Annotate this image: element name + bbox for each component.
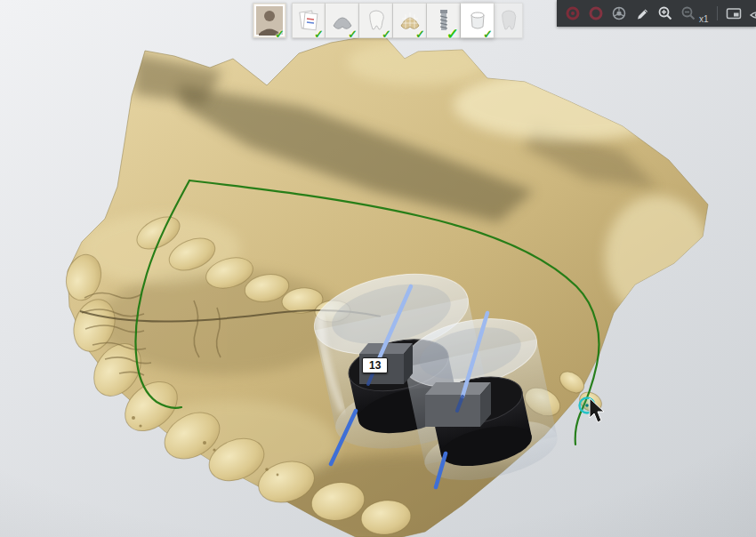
workflow-step-patient-photo[interactable]: ✓ <box>253 3 286 38</box>
zoom-level-label: x1 <box>699 14 709 27</box>
app-window: 13 ✓ ✓ <box>0 0 756 537</box>
check-icon: ✓ <box>483 28 493 40</box>
workflow-step-tooth-setup[interactable]: ✓ <box>359 3 393 38</box>
record-ring-icon[interactable] <box>565 5 581 21</box>
workflow-step-order-form[interactable]: ✓ <box>292 3 326 38</box>
check-icon: ✓ <box>382 28 391 40</box>
implant-tooth-label[interactable]: 13 <box>362 357 388 373</box>
workflow-bar: ✓ ✓ ✓ ✓ <box>253 3 523 38</box>
pen-icon[interactable] <box>634 5 650 21</box>
workflow-step-next[interactable] <box>495 3 523 38</box>
pip-icon[interactable] <box>726 5 742 21</box>
workflow-step-implant-screw[interactable]: ✓ <box>427 3 461 38</box>
workflow-step-group: ✓ ✓ ✓ <box>292 3 523 38</box>
workflow-step-scan-data[interactable]: ✓ <box>326 3 359 38</box>
aperture-icon[interactable] <box>611 5 627 21</box>
visibility-toggle-icon[interactable] <box>749 5 756 21</box>
next-step-tooth-icon <box>497 7 520 34</box>
zoom-out-icon[interactable] <box>680 5 696 21</box>
workflow-step-abutment-design[interactable]: ✓ <box>461 3 495 38</box>
toolbar-divider <box>717 6 718 20</box>
check-icon: ✓ <box>348 28 358 40</box>
workflow-step-model-mesh[interactable]: ✓ <box>393 3 427 38</box>
check-icon: ✓ <box>446 27 459 42</box>
dental-model-viewport[interactable] <box>0 0 756 537</box>
check-icon: ✓ <box>314 28 324 40</box>
view-toolbar: x1 <box>557 0 756 27</box>
zoom-in-icon[interactable] <box>657 5 673 21</box>
record-ring-2-icon[interactable] <box>588 5 604 21</box>
check-icon: ✓ <box>415 28 425 40</box>
check-icon: ✓ <box>275 28 285 40</box>
